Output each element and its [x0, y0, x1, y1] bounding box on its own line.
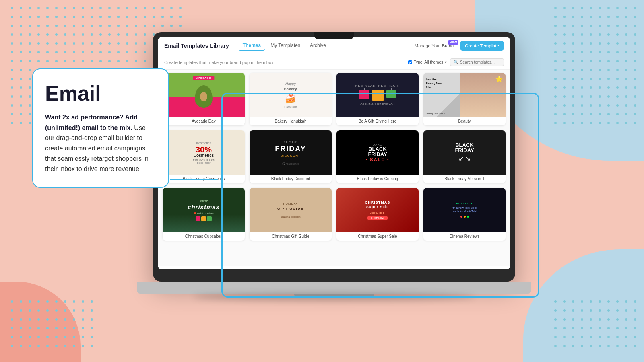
- info-card-title: Email: [45, 82, 156, 105]
- info-card-body: Want 2x ad performance? Add (unlimited!)…: [45, 112, 156, 174]
- info-card-bold: Want 2x ad performance? Add (unlimited!)…: [45, 114, 138, 131]
- tab-themes[interactable]: Themes: [239, 41, 265, 51]
- template-name: Christmas Gift Guide: [250, 232, 332, 241]
- template-card[interactable]: BLACKFRIDAY ↙↘ Black Friday Version 1: [423, 130, 506, 183]
- info-card-text: Use our drag-and-drop email builder to c…: [45, 124, 149, 172]
- header-actions: NEW Manage Your Brand Create Template: [411, 41, 504, 51]
- laptop-shadow: [193, 293, 475, 301]
- tab-archive[interactable]: Archive: [306, 41, 330, 51]
- template-thumbnail: Kosmetics 30% Cosmetics from 30% to 55% …: [163, 130, 245, 175]
- template-card[interactable]: MOVETALK I'm a new Text Blockready for M…: [423, 188, 506, 241]
- template-name: Christmas Super Sale: [336, 232, 419, 241]
- app-title: Email Templates Library: [164, 43, 229, 49]
- template-name: Christmas Cupcakes: [163, 232, 245, 241]
- template-card[interactable]: Kosmetics 30% Cosmetics from 30% to 55% …: [163, 130, 245, 183]
- template-card[interactable]: Happy Bakery 🍰 Hanukkah Bakery Hanukkah: [250, 73, 332, 125]
- template-card[interactable]: AVOCADO Avocado Day: [163, 73, 245, 125]
- laptop-bezel: Email Templates Library Themes My Templa…: [153, 32, 515, 282]
- template-thumbnail: HOLIDAY GIFT GUIDE seasonal selection: [250, 188, 332, 232]
- template-name: Bakery Hanukkah: [250, 117, 332, 125]
- search-box: 🔍: [450, 58, 504, 66]
- template-thumbnail: Happy Bakery 🍰 Hanukkah: [250, 73, 332, 117]
- template-thumbnail: CHRISTMASSuper Sale -50% OFF SHOP NOW: [336, 188, 419, 232]
- new-badge: NEW: [448, 40, 459, 45]
- template-thumbnail: MOVETALK I'm a new Text Blockready for M…: [423, 188, 506, 232]
- laptop-notch: [314, 32, 354, 39]
- template-thumbnail: QARO BLACKFRIDAY • SALE •: [336, 130, 419, 175]
- template-name: Black Friday Discount: [250, 175, 332, 183]
- template-card[interactable]: I am theBeauty NewStar Beauty cosmetics …: [423, 73, 506, 125]
- search-icon: 🔍: [454, 60, 458, 64]
- filter-checkbox[interactable]: [408, 60, 412, 64]
- search-input[interactable]: [460, 60, 500, 64]
- template-name: Cinema Reviews: [423, 232, 506, 241]
- filter-row: Type: All themes ▾ 🔍: [408, 58, 504, 66]
- template-thumbnail: I am theBeauty NewStar Beauty cosmetics …: [423, 73, 506, 117]
- app-tabs: Themes My Templates Archive: [239, 41, 411, 51]
- template-card[interactable]: BLACK FRIDAY DISCOUNT 🎧 headphones Black…: [250, 130, 332, 183]
- template-name: Be A Gift Giving Hero: [336, 117, 419, 125]
- template-grid: AVOCADO Avocado Day Happy Bakery 🍰 Hanuk…: [163, 73, 506, 241]
- template-name: Beauty: [423, 117, 506, 125]
- template-thumbnail: AVOCADO: [163, 73, 245, 117]
- manage-brand-button[interactable]: NEW Manage Your Brand: [411, 42, 457, 50]
- create-template-button[interactable]: Create Template: [460, 41, 504, 51]
- template-card[interactable]: QARO BLACKFRIDAY • SALE • Black Friday i…: [336, 130, 419, 183]
- filter-label: Type: All themes: [414, 60, 443, 64]
- app-header: Email Templates Library Themes My Templa…: [158, 37, 510, 55]
- template-thumbnail: NEW YEAR, NEW TECH. OPENING JUST FOR YOU: [336, 73, 419, 117]
- filter-chevron: ▾: [445, 60, 447, 64]
- laptop-wrapper: Email Templates Library Themes My Templa…: [153, 32, 523, 322]
- subtitle-text: Create templates that make your brand po…: [164, 60, 274, 65]
- type-filter[interactable]: Type: All themes ▾: [408, 60, 447, 64]
- template-grid-area: AVOCADO Avocado Day Happy Bakery 🍰 Hanuk…: [158, 70, 510, 266]
- template-card[interactable]: NEW YEAR, NEW TECH. OPENING JUST FOR YOU…: [336, 73, 419, 125]
- tab-my-templates[interactable]: My Templates: [266, 41, 304, 51]
- template-thumbnail: BLACK FRIDAY DISCOUNT 🎧 headphones: [250, 130, 332, 175]
- laptop-screen: Email Templates Library Themes My Templa…: [158, 37, 510, 269]
- template-name: Black Friday is Coming: [336, 175, 419, 183]
- info-card: Email Want 2x ad performance? Add (unlim…: [32, 68, 169, 188]
- laptop-base: [137, 282, 531, 294]
- template-thumbnail: Merry christmas 🎁 delicious prizes: [163, 188, 245, 232]
- app-subtitle-bar: Create templates that make your brand po…: [158, 55, 510, 70]
- template-name: Black Friday Version 1: [423, 175, 506, 183]
- template-thumbnail: BLACKFRIDAY ↙↘: [423, 130, 506, 175]
- template-card[interactable]: CHRISTMASSuper Sale -50% OFF SHOP NOW Ch…: [336, 188, 419, 241]
- connector-line: [170, 179, 218, 180]
- template-name: Avocado Day: [163, 117, 245, 125]
- template-card[interactable]: HOLIDAY GIFT GUIDE seasonal selection Ch…: [250, 188, 332, 241]
- template-card[interactable]: Merry christmas 🎁 delicious prizes Chris…: [163, 188, 245, 241]
